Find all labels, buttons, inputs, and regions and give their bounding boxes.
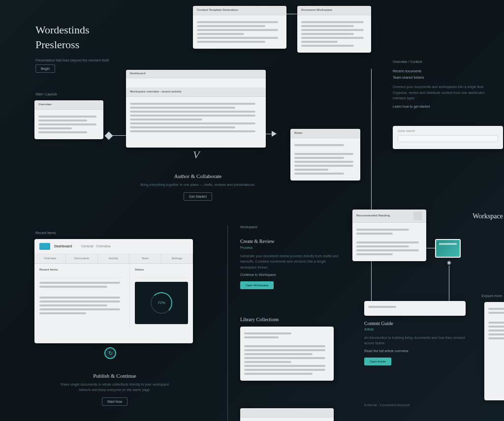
sidenote-line1: Recent documents [393, 68, 497, 74]
dashboard-tabs: Overview Documents Activity Team Setting… [34, 254, 193, 264]
cta-bottom-title: Publish & Continue [58, 373, 171, 379]
search-label: Quick search [398, 129, 415, 134]
cta-bottom-button[interactable]: Start Now [102, 397, 128, 406]
card-header: Recommended Reading [356, 213, 390, 218]
dashboard-label: Recent Items [35, 231, 56, 235]
dashboard-panel[interactable]: Dashboard General · Overview Overview Do… [34, 239, 193, 343]
card-header: Content Template Generation [193, 6, 286, 15]
card-dashboard-inner: Workspace overview · recent activity [126, 88, 266, 148]
begin-button[interactable]: Begin [35, 64, 55, 73]
card-notes[interactable]: Notes [290, 129, 360, 180]
cta-bottom-sub: Share single documents or whole collecti… [58, 382, 171, 392]
brand-title-line2: Presleross [35, 38, 89, 51]
feature-a-paragraph: Generate your document review process di… [240, 253, 339, 270]
feature-c-link[interactable]: Read the full article overview [364, 348, 472, 354]
progress-ring-icon: 72% [151, 292, 172, 314]
avatar-icon [413, 211, 422, 220]
right-edge-heading: Workspace [472, 212, 503, 220]
feature-a-button[interactable]: Open Workspace [240, 281, 274, 289]
card-right-cropped[interactable] [484, 302, 504, 400]
sidenote-link[interactable]: Learn how to get started [393, 104, 497, 109]
search-input[interactable] [398, 135, 498, 142]
preview-thumbnail[interactable] [435, 239, 461, 258]
feature-c-button[interactable]: Open Article [364, 358, 391, 365]
diamond-connector-icon [105, 132, 113, 140]
card-search[interactable]: Quick search [393, 126, 503, 149]
card-library[interactable] [240, 327, 334, 381]
brand-title-line1: Wordestinds [35, 24, 89, 36]
card-bar[interactable] [364, 301, 466, 316]
app-logo-icon [39, 243, 50, 250]
card-recommended[interactable]: Recommended Reading [352, 210, 426, 261]
feature-a-label: Workspace [240, 225, 339, 229]
tab-documents[interactable]: Documents [66, 254, 97, 263]
card-header: Notes [290, 129, 360, 138]
feature-a-tag: Process [240, 245, 339, 250]
card-header: Overview [34, 100, 103, 110]
feature-b-title: Library Collections [240, 317, 279, 322]
feature-c-title: Content Guide [364, 321, 472, 326]
sidenote-label: Overview / Context [393, 60, 497, 63]
card-header: Workspace overview · recent activity [126, 88, 266, 97]
tab-settings[interactable]: Settings [161, 254, 193, 263]
feature-a-link[interactable]: Continue to Workspace [240, 272, 339, 277]
feature-a-title: Create & Review [240, 239, 339, 244]
card-overview-small[interactable]: Overview [34, 100, 103, 139]
feature-c-paragraph: An introduction to building living docum… [364, 335, 472, 346]
sidenote-line2: Team shared folders [393, 75, 497, 80]
card-header: Document Workspace [297, 6, 371, 15]
card-content-template[interactable]: Content Template Generation [193, 6, 286, 49]
cta-mid-title: Author & Collaborate [139, 173, 257, 179]
feature-c-tag: Article [364, 327, 472, 332]
bottom-right-label: External / Connected Account [364, 403, 410, 407]
dash-col-a-title: Recent Items [39, 268, 125, 272]
flow-start-label: Start / Launch [35, 92, 57, 96]
refresh-icon[interactable]: ↻ [104, 347, 116, 359]
dash-col-b-title: Status [135, 268, 188, 272]
dashboard-nav: General · Overview [81, 243, 111, 249]
tab-team[interactable]: Team [129, 254, 161, 263]
card-document-workspace[interactable]: Document Workspace [297, 6, 371, 53]
card-tab: Dashboard [126, 70, 266, 78]
card-header [240, 408, 334, 418]
right-arrow-icon [272, 131, 277, 137]
tab-overview[interactable]: Overview [34, 254, 66, 263]
tab-activity[interactable]: Activity [98, 254, 129, 263]
down-arrow-icon: V [193, 149, 199, 161]
intro-subtext: Presentation that lives beyond the momen… [35, 58, 114, 63]
dashboard-brand: Dashboard [54, 243, 72, 249]
card-bottom-cropped[interactable] [240, 408, 334, 421]
cta-mid-button[interactable]: Get Started [184, 192, 212, 201]
sidenote-paragraph: Connect your documents and workspaces in… [393, 84, 497, 101]
right-edge-label: Explore more [481, 294, 502, 298]
node-icon: ◉ [447, 260, 451, 265]
cta-mid-sub: Bring everything together in one place —… [139, 182, 257, 187]
